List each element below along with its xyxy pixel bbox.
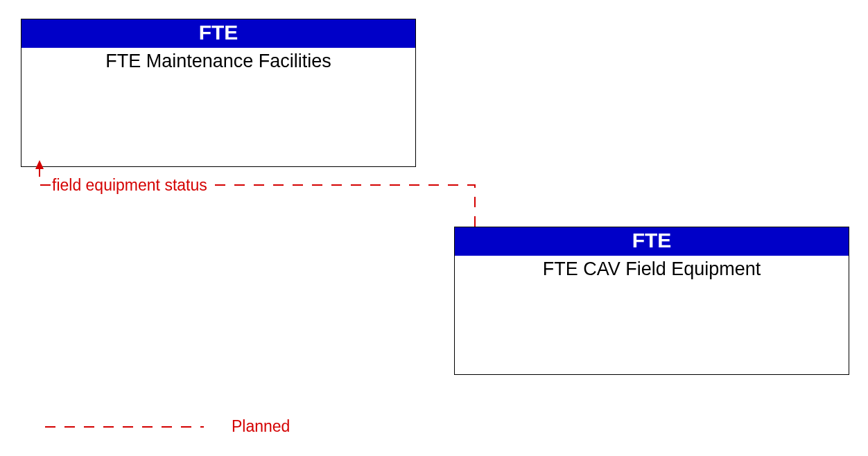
diagram-stage: FTE FTE Maintenance Facilities FTE FTE C… [0,0,868,456]
node-header: FTE [21,19,415,48]
node-header: FTE [455,227,849,256]
node-body: FTE CAV Field Equipment [455,256,849,375]
node-body: FTE Maintenance Facilities [21,48,415,167]
legend-label: Planned [232,417,290,436]
node-fte-cav-field-equipment: FTE FTE CAV Field Equipment [454,227,849,375]
node-fte-maintenance-facilities: FTE FTE Maintenance Facilities [21,19,416,167]
flow-label: field equipment status [51,176,209,195]
